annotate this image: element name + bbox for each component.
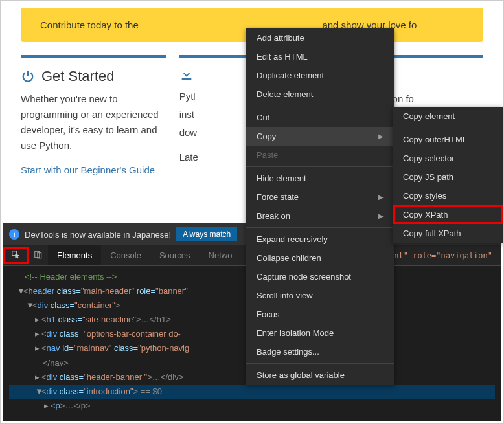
menu-screenshot[interactable]: Capture node screenshot [246, 267, 394, 286]
tab-sources[interactable]: Sources [150, 245, 200, 265]
menu-focus[interactable]: Focus [246, 305, 394, 324]
menu-store-global[interactable]: Store as global variable [246, 366, 394, 385]
menu-delete[interactable]: Delete element [246, 85, 394, 104]
inspect-highlight [3, 247, 29, 264]
menu-break-on[interactable]: Break on▶ [246, 206, 394, 225]
menu-collapse[interactable]: Collapse children [246, 249, 394, 267]
notice-text: DevTools is now available in Japanese! [25, 230, 171, 240]
context-menu[interactable]: Add attribute Edit as HTML Duplicate ele… [246, 28, 394, 385]
submenu-copy-selector[interactable]: Copy selector [393, 149, 503, 168]
submenu-copy-outerhtml[interactable]: Copy outerHTML [393, 130, 503, 149]
menu-force-state[interactable]: Force state▶ [246, 188, 394, 206]
inspect-icon[interactable] [6, 248, 25, 265]
col-title-started: Get Started [41, 68, 115, 85]
chevron-right-icon: ▶ [378, 133, 384, 140]
tab-network[interactable]: Netwo [200, 245, 242, 265]
submenu-copy-element[interactable]: Copy element [393, 107, 503, 126]
tab-console[interactable]: Console [101, 245, 150, 265]
menu-scroll[interactable]: Scroll into view [246, 286, 394, 305]
menu-cut[interactable]: Cut [246, 108, 394, 127]
svg-rect-0 [181, 78, 191, 80]
power-icon [21, 69, 35, 84]
menu-copy[interactable]: Copy▶ [246, 127, 394, 146]
download-icon [179, 68, 194, 82]
chevron-right-icon: ▶ [378, 212, 384, 219]
code-comment: <!-- Header elements --> [25, 272, 117, 282]
chevron-right-icon: ▶ [378, 194, 384, 201]
menu-edit-html[interactable]: Edit as HTML [246, 47, 394, 66]
menu-duplicate[interactable]: Duplicate element [246, 66, 394, 85]
menu-badge[interactable]: Badge settings... [246, 342, 394, 361]
banner-text-left: Contribute today to the [40, 19, 139, 30]
info-icon: i [9, 229, 19, 240]
menu-hide[interactable]: Hide element [246, 169, 394, 188]
submenu-copy-full-xpath[interactable]: Copy full XPath [393, 224, 503, 243]
beginners-guide-link[interactable]: Start with our Beginner's Guide [21, 164, 155, 175]
device-icon[interactable] [29, 246, 48, 265]
submenu-copy-styles[interactable]: Copy styles [393, 186, 503, 205]
submenu-copy-jspath[interactable]: Copy JS path [393, 168, 503, 186]
menu-isolation[interactable]: Enter Isolation Mode [246, 324, 394, 342]
menu-expand[interactable]: Expand recursively [246, 230, 394, 249]
menu-paste: Paste [246, 146, 394, 164]
tab-elements[interactable]: Elements [48, 245, 101, 265]
menu-add-attribute[interactable]: Add attribute [246, 28, 394, 47]
always-match-button[interactable]: Always match [176, 227, 237, 241]
col-get-started: Get Started Whether you're new to progra… [21, 55, 166, 178]
submenu-copy-xpath[interactable]: Copy XPath [393, 205, 503, 224]
copy-submenu[interactable]: Copy element Copy outerHTML Copy selecto… [393, 107, 503, 243]
col-text-started: Whether you're new to programming or an … [21, 91, 166, 153]
